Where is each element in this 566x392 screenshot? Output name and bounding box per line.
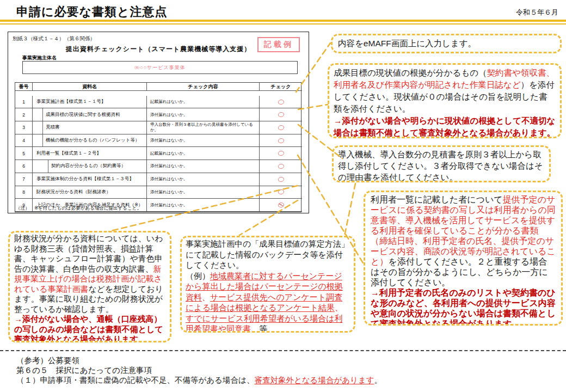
row-name: 事業実施体制の分かる資料【様式第１－３号】	[33, 173, 147, 186]
row-mark	[260, 173, 302, 186]
check-circle-icon	[278, 176, 284, 182]
row-number: 3	[15, 121, 33, 134]
accent-line-thin	[0, 23, 566, 24]
accent-line-thick	[0, 20, 566, 22]
page-date: 令和５年６月	[516, 8, 558, 17]
row-number: 6	[15, 160, 33, 173]
row-name: 事業実施計画【様式第１－１号】	[33, 96, 147, 109]
row-check-content: 添付漏れはないか。	[147, 173, 260, 186]
document-panel: 別紙３（様式１－４）（第６関係） 記載例 提出資料チェックシート（スマート農業機…	[8, 32, 309, 213]
row-mark	[260, 108, 302, 121]
row-mark	[260, 199, 302, 212]
row-name: 財務状況が分かる資料（財務諸表）	[33, 186, 147, 199]
note-emaff-input: 内容をeMAFF画面上に入力します。	[331, 34, 562, 53]
check-circle-icon	[278, 150, 284, 156]
row-name: 成果目標の現状値に関する根拠資料	[33, 108, 147, 121]
page-title: 申請に必要な書類と注意点	[16, 4, 168, 20]
row-number: 4	[15, 134, 33, 148]
row-name: 見積書	[33, 121, 147, 134]
row-mark	[260, 186, 302, 199]
checklist-table: 番号 資料名 チェック内容 チェック 1 事業実施計画【様式第１－１号】 記載漏…	[15, 82, 302, 212]
row-check-content: 記載漏れはないか。	[147, 147, 260, 160]
row-mark	[260, 121, 302, 134]
row-number: 8	[15, 186, 33, 199]
note-current-value-evidence: 成果目標の現状値の根拠が分かるもの（契約書や領収書、利用者名及び作業内容が明記さ…	[328, 63, 562, 138]
check-circle-icon	[278, 163, 284, 169]
row-number: 5	[15, 147, 33, 160]
row-number: 7	[15, 173, 33, 186]
check-circle-icon	[278, 189, 284, 195]
check-circle-icon	[278, 99, 284, 105]
table-note: （注） ※を付したものは必要がある場合に提出すること。	[16, 205, 142, 212]
footer-caution-line: （１）申請事項・書類に虚偽の記載や不足、不備等がある場合は、審査対象外となる場合…	[16, 375, 382, 385]
row-number: 2	[15, 108, 33, 121]
column-header: チェック	[260, 83, 302, 91]
column-header: 資料名	[33, 83, 147, 91]
row-mark	[260, 96, 302, 109]
column-header: 番号	[15, 83, 33, 91]
row-check-content: 記載漏れはないか。	[147, 96, 260, 109]
footer-section-title: 第６の５ 採択にあたっての注意事項	[16, 365, 152, 376]
row-name: 利用者一覧【様式第１－２号】	[33, 147, 147, 160]
doc-reference: 別紙３（様式１－４）（第６関係）	[13, 35, 95, 42]
row-name: 機械の機能が分かるもの（パンフレット等）	[33, 134, 147, 148]
entity-name: ㈱○○サービス事業体	[134, 64, 186, 71]
check-circle-icon	[278, 112, 284, 118]
row-check-content: 添付漏れはないか。	[147, 134, 260, 148]
row-check-content: 添付漏れはないか。	[147, 160, 260, 173]
note-financial-documents: 財務状況が分かる資料については、いわゆる財務三表（貸借対照表、損益計算書、キャッ…	[8, 231, 171, 342]
column-header: チェック内容	[147, 83, 260, 91]
footer-divider	[0, 350, 566, 351]
row-mark	[260, 134, 302, 148]
row-mark	[260, 147, 302, 160]
doc-title: 提出資料チェックシート（スマート農業機械等導入支援）	[8, 45, 309, 54]
row-check-content: 添付漏れはないか。	[147, 199, 260, 212]
row-check-content: 添付漏れはないか。	[147, 108, 260, 121]
check-circle-icon	[278, 202, 284, 208]
row-name: 契約内容が分かるもの（契約書等）	[33, 160, 147, 173]
note-quotations: 導入機械、導入台数分の見積書を原則３者以上から取得し添付してください。３者分取得…	[332, 145, 551, 182]
row-mark	[260, 160, 302, 173]
note-user-list: 利用者一覧に記載した者について提供予定のサービスに係る契約書の写し又は利用者から…	[364, 191, 563, 326]
note-calculation-backdata: 事業実施計画中の「成果目標値の算定方法」にて記載した情報のバックデータ等を添付し…	[180, 236, 355, 333]
check-circle-icon	[278, 138, 284, 144]
row-number: 1	[15, 96, 33, 109]
row-check-content: 添付漏れはないか。	[147, 186, 260, 199]
slide: 申請に必要な書類と注意点 令和５年６月 別紙３（様式１－４）（第６関係） 記載例…	[0, 0, 566, 392]
check-circle-icon	[278, 125, 284, 131]
row-check-content: 導入台数分・原則３者以上からの見積書を添付しているか。	[147, 121, 260, 134]
entity-name-box: ㈱○○サービス事業体	[22, 61, 298, 74]
footer-reference-title: （参考）公募要領	[16, 356, 79, 366]
